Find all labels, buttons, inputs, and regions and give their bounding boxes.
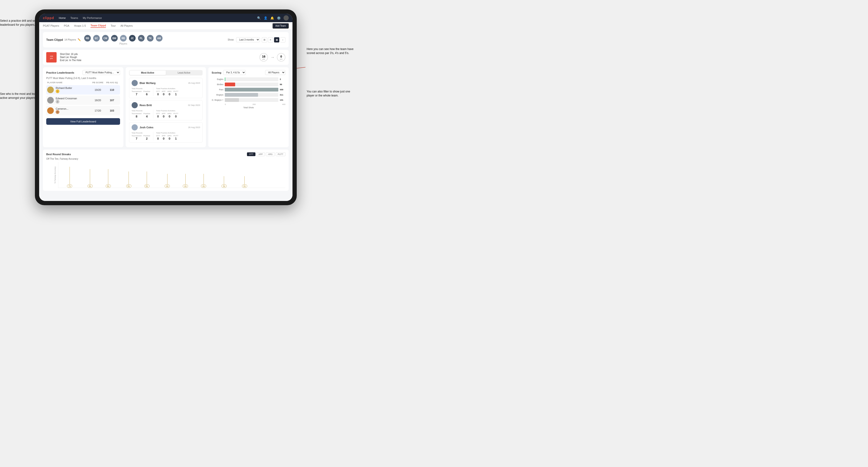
pc-activities-blair: Total Practice Activities OTT 0 APP 0 [156, 88, 178, 96]
chart-row-eagles: Eagles 3 [212, 77, 285, 81]
tab-most-active[interactable]: Most Active [129, 70, 166, 75]
tab-least-active[interactable]: Least Active [166, 70, 202, 75]
axis-400: 400 [282, 103, 285, 105]
metric-unit-2: yds [280, 58, 283, 60]
player-avatar-8[interactable]: TK [147, 34, 154, 42]
leaderboard-title: Practice Leaderboards [46, 71, 74, 74]
streaks-btn-arg[interactable]: ARG [266, 152, 275, 156]
streak-bubble-6x-1: 6x [88, 184, 93, 188]
lb-avatar-2 [47, 97, 54, 103]
search-icon[interactable]: 🔍 [257, 16, 261, 20]
lb-avg-2: 107 [105, 99, 119, 102]
lb-score-1: 19/20 [91, 88, 105, 91]
player-card-josh: Josh Coles 26 Aug 2023 Total Rounds Tour… [129, 122, 203, 143]
scoring-par-select[interactable]: Par 3, 4 & 5s Par 3s Par 4s Par 5s [223, 70, 246, 75]
pc-activities-vals-blair: OTT 0 APP 0 ARG 0 [156, 90, 178, 96]
user-avatar[interactable] [283, 15, 289, 21]
player-avatar-6[interactable]: JC [129, 34, 136, 42]
pc-practice-rees: Practice 4 [144, 113, 150, 118]
chart-label-dbogeys: D. Bogeys + [212, 99, 223, 101]
edit-icon[interactable]: ✏️ [78, 38, 81, 41]
user-icon[interactable]: 👤 [264, 16, 268, 20]
metric-val-1: 16 [262, 55, 266, 58]
chart-bar-eagles-wrap [225, 77, 278, 81]
pc-arg-rees: ARG 0 [167, 113, 172, 118]
view-grid-icon[interactable]: ⊞ [262, 37, 267, 42]
lb-player-3: Cameron... 3 [47, 107, 91, 114]
drill-select[interactable]: PUTT Must Make Putting... Chipping Drill [83, 70, 120, 75]
player-avatars: RB EC CM BM RB JC PL TK AM [84, 34, 163, 42]
bell-icon[interactable]: 🔔 [270, 16, 274, 20]
subnav-hcaps[interactable]: Hcaps 1-5 [74, 24, 86, 28]
team-title-wrap: Team Clippd 14 Players ✏️ [46, 38, 81, 41]
view-card-icon[interactable]: ▦ [274, 37, 279, 42]
streak-bubble-3x-1: 3x [221, 184, 227, 188]
pc-app-josh: APP 0 [162, 135, 165, 140]
player-card-rees: Rees Britt 02 Sep 2023 Total Rounds Tour… [129, 100, 203, 120]
tablet-screen: clippd Home Teams My Performance 🔍 👤 🔔 ⚙… [39, 14, 292, 201]
view-list-icon[interactable]: ≡ [268, 37, 273, 42]
streak-bubble-4x-2: 4x [183, 184, 188, 188]
nav-home[interactable]: Home [59, 17, 66, 19]
sub-nav: PGAT Players PGA Hcaps 1-5 Team Clippd T… [39, 22, 292, 30]
leaderboard-card-header: Practice Leaderboards PUTT Must Make Put… [46, 70, 120, 75]
settings-icon[interactable]: ⚙️ [277, 16, 281, 20]
pc-tournament-josh: Tournament 7 [132, 135, 142, 140]
drill-subtitle: PUTT Must Make Putting (3-6 ft), Last 3 … [46, 77, 120, 80]
scoring-player-select[interactable]: All Players [265, 70, 285, 75]
player-avatar-7[interactable]: PL [137, 34, 145, 42]
subnav-pgat[interactable]: PGAT Players [43, 24, 59, 28]
player-avatar-4[interactable]: BM [111, 34, 118, 42]
shot-metrics: 16 yds → 0 yds [259, 53, 285, 62]
nav-my-performance[interactable]: My Performance [83, 17, 102, 19]
leaderboard-header: PLAYER NAME PB SCORE PB AVG SQ [46, 81, 120, 84]
streaks-btn-app[interactable]: APP [256, 152, 265, 156]
view-full-leaderboard-button[interactable]: View Full Leaderboard [46, 118, 120, 125]
streaks-chart: 7x 6x 6x 5x [58, 162, 285, 188]
subnav-tour[interactable]: Tour [111, 24, 116, 28]
chart-bar-pars [225, 88, 278, 92]
lb-col-player: PLAYER NAME [47, 81, 91, 84]
lb-name-3: Cameron... [56, 107, 68, 110]
nav-teams[interactable]: Teams [70, 17, 78, 19]
pc-rounds-label-josh: Total Rounds [132, 132, 150, 134]
player-avatar-9[interactable]: AM [155, 34, 163, 42]
streaks-btn-ott[interactable]: OTT [247, 152, 255, 156]
streaks-btn-putt[interactable]: PUTT [276, 152, 286, 156]
pc-rounds-vals-blair: Tournament 7 Practice 6 [132, 90, 150, 96]
chart-bar-dbogeys [225, 98, 239, 102]
player-avatar-5[interactable]: RB [120, 34, 127, 42]
streak-point-7x-1: 7x [67, 167, 72, 188]
axis-200: 200 [253, 103, 256, 105]
chart-x-label: Total Shots [212, 106, 285, 109]
show-select[interactable]: Last 3 months Last 6 months Last year [236, 37, 260, 42]
shot-dist-value: 198 [50, 55, 53, 57]
subnav-all-players[interactable]: All Players [121, 24, 133, 28]
pc-app-blair: APP 0 [162, 90, 165, 96]
scoring-header: Scoring Par 3, 4 & 5s Par 3s Par 4s Par … [212, 70, 285, 75]
shot-dist-unit: yds [50, 57, 53, 59]
player-avatar-3[interactable]: CM [102, 34, 109, 42]
pc-avatar-blair [132, 80, 138, 86]
pc-activities-label-rees: Total Practice Activities [156, 110, 178, 112]
activity-tabs: Most Active Least Active [129, 70, 203, 75]
chart-bar-bogeys-wrap [225, 93, 278, 97]
lb-name-2: Edward Crossman [56, 97, 77, 100]
player-avatar-1[interactable]: RB [84, 34, 91, 42]
streak-bubble-4x-3: 4x [201, 184, 206, 188]
shot-dist-label: Shot Dist: 16 yds [60, 53, 81, 55]
nav-logo: clippd [43, 16, 54, 20]
pc-rounds-rees: Total Rounds Tournament 8 Practice 4 [132, 110, 150, 118]
chart-bar-bogeys [225, 93, 258, 97]
show-label: Show: [228, 38, 234, 41]
add-team-button[interactable]: Add Team [272, 23, 289, 29]
chart-row-bogeys: Bogeys 311 [212, 93, 285, 97]
subnav-pga[interactable]: PGA [64, 24, 69, 28]
streaks-header: Best Round Streaks OTT APP ARG PUTT [46, 152, 285, 156]
view-sort-icon[interactable]: ↕ [280, 37, 285, 42]
pc-stats-blair: Total Rounds Tournament 7 Practice 6 [132, 88, 200, 96]
scoring-card: Scoring Par 3, 4 & 5s Par 3s Par 4s Par … [208, 67, 289, 147]
subnav-team-clippd[interactable]: Team Clippd [91, 24, 106, 28]
player-avatar-2[interactable]: EC [93, 34, 100, 42]
lb-rank-1: 1 [56, 89, 59, 93]
